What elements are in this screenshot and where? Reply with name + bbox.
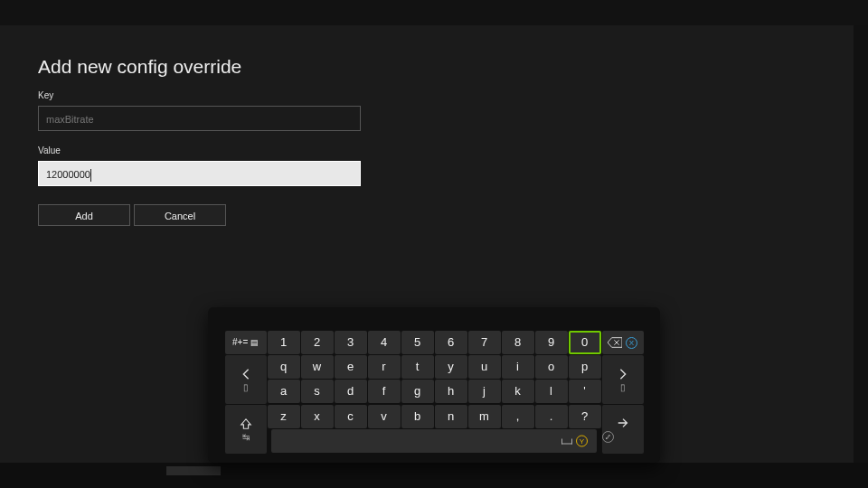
key-x[interactable]: x [301,405,334,428]
key-symbols-label: #+= [232,337,248,347]
key-t[interactable]: t [401,355,434,379]
osk-row-3: ↹ zxcvbnm,.? Y ⑇ [217,405,651,454]
key-z[interactable]: z [268,405,300,428]
key-input[interactable]: maxBitrate [38,106,361,131]
key-e[interactable]: e [335,355,367,379]
key-v[interactable]: v [368,405,401,428]
key-symbols[interactable]: #+= ▤ [225,331,267,354]
page-title: Add new config override [38,56,400,78]
button-row: Add Cancel [38,204,400,226]
osk-row-1: ▯ qwertyuiop asdfghjkl' ▯ [217,355,651,404]
backspace-icon [608,337,622,348]
key-c[interactable]: c [335,405,367,428]
key-r[interactable]: r [368,355,401,379]
value-label: Value [38,145,400,155]
key-space[interactable]: Y [271,429,597,453]
key-cursor-left[interactable]: ▯ [225,355,267,404]
key-,[interactable]: , [502,405,534,428]
key-f[interactable]: f [368,380,401,403]
key-p[interactable]: p [569,355,601,379]
key-w[interactable]: w [301,355,334,379]
hint-y-icon: Y [576,436,588,447]
key-n[interactable]: n [435,405,467,428]
value-input[interactable]: 12000000 [38,161,361,186]
key-9[interactable]: 9 [535,331,568,354]
key-u[interactable]: u [468,355,501,379]
key-enter[interactable]: ⑇ [602,405,644,454]
key-label: Key [38,90,400,100]
lb-icon: ▯ [225,382,267,392]
hint-b-icon: ⑇ [602,431,614,443]
add-button[interactable]: Add [38,204,130,226]
key-backspace[interactable]: X [602,331,644,354]
onscreen-keyboard: #+= ▤ 1234567890 X ▯ qwertyuiop asdfghjk… [208,307,660,463]
ls-icon: ↹ [225,432,267,442]
key-o[interactable]: o [535,355,568,379]
key-cursor-right[interactable]: ▯ [602,355,644,404]
key-input-value: maxBitrate [46,114,94,125]
shift-up-icon [240,418,252,430]
key-q[interactable]: q [268,355,300,379]
space-icon [561,438,572,444]
key-1[interactable]: 1 [268,331,300,354]
key-8[interactable]: 8 [502,331,534,354]
top-bar [0,0,868,25]
key-h[interactable]: h [435,380,467,403]
key-5[interactable]: 5 [401,331,434,354]
value-input-value: 12000000 [46,169,90,180]
hint-x-icon: X [626,337,637,349]
osk-row-0: #+= ▤ 1234567890 X [217,331,651,354]
key-s[interactable]: s [301,380,334,403]
form: Add new config override Key maxBitrate V… [38,56,400,226]
key-j[interactable]: j [468,380,501,403]
text-caret [90,169,91,182]
key-a[interactable]: a [268,380,300,403]
key-i[interactable]: i [502,355,534,379]
key-l[interactable]: l [535,380,568,403]
key-2[interactable]: 2 [301,331,334,354]
key-y[interactable]: y [435,355,467,379]
chevron-left-icon [240,368,252,380]
key-g[interactable]: g [401,380,434,403]
key-.[interactable]: . [535,405,568,428]
bottom-bar-hint [166,466,221,475]
key-6[interactable]: 6 [435,331,467,354]
key-3[interactable]: 3 [335,331,367,354]
key-4[interactable]: 4 [368,331,401,354]
chevron-right-icon [617,368,629,380]
key-7[interactable]: 7 [468,331,501,354]
key-m[interactable]: m [468,405,501,428]
key-0[interactable]: 0 [569,331,601,354]
right-edge [854,25,868,463]
key-k[interactable]: k [502,380,534,403]
rb-icon: ▯ [602,382,644,392]
arrow-right-icon [617,417,629,429]
cancel-button[interactable]: Cancel [134,204,226,226]
key-'[interactable]: ' [569,380,601,403]
key-d[interactable]: d [335,380,367,403]
key-shift[interactable]: ↹ [225,405,267,454]
key-?[interactable]: ? [569,405,601,428]
key-b[interactable]: b [401,405,434,428]
